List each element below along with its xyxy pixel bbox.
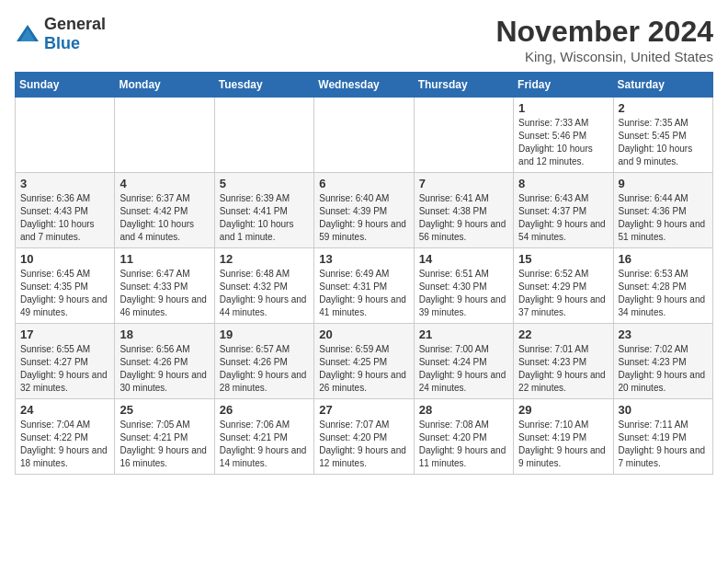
day-number: 28 [419,403,508,417]
calendar-cell: 20Sunrise: 6:59 AM Sunset: 4:25 PM Dayli… [314,324,414,399]
day-number: 6 [319,177,408,190]
day-number: 13 [319,252,408,266]
day-info: Sunrise: 6:47 AM Sunset: 4:33 PM Dayligh… [119,268,209,319]
day-info: Sunrise: 6:59 AM Sunset: 4:25 PM Dayligh… [319,343,408,395]
week-row-4: 24Sunrise: 7:04 AM Sunset: 4:22 PM Dayli… [16,399,713,475]
day-number: 19 [220,327,309,341]
weekday-header-wednesday: Wednesday [314,73,414,98]
calendar-cell: 3Sunrise: 6:36 AM Sunset: 4:43 PM Daylig… [16,173,115,248]
calendar-table: SundayMondayTuesdayWednesdayThursdayFrid… [15,72,713,475]
calendar-cell: 30Sunrise: 7:11 AM Sunset: 4:19 PM Dayli… [613,399,712,475]
day-info: Sunrise: 6:48 AM Sunset: 4:32 PM Dayligh… [220,268,309,319]
calendar-cell [214,98,313,173]
day-number: 8 [518,177,608,190]
weekday-header-monday: Monday [115,73,214,98]
calendar-cell: 11Sunrise: 6:47 AM Sunset: 4:33 PM Dayli… [115,248,214,324]
logo-blue: Blue [44,34,80,52]
day-info: Sunrise: 6:56 AM Sunset: 4:26 PM Dayligh… [119,343,209,395]
day-info: Sunrise: 7:08 AM Sunset: 4:20 PM Dayligh… [419,419,508,470]
calendar-cell [115,98,214,173]
calendar-cell: 1Sunrise: 7:33 AM Sunset: 5:46 PM Daylig… [514,98,613,173]
day-info: Sunrise: 7:11 AM Sunset: 4:19 PM Dayligh… [619,419,708,470]
calendar-cell: 6Sunrise: 6:40 AM Sunset: 4:39 PM Daylig… [314,173,414,248]
day-number: 18 [119,327,209,341]
calendar-header: SundayMondayTuesdayWednesdayThursdayFrid… [16,73,713,98]
day-number: 21 [419,327,508,341]
day-info: Sunrise: 7:06 AM Sunset: 4:21 PM Dayligh… [220,419,309,470]
day-info: Sunrise: 6:57 AM Sunset: 4:26 PM Dayligh… [220,343,309,395]
calendar-cell: 4Sunrise: 6:37 AM Sunset: 4:42 PM Daylig… [115,173,214,248]
weekday-header-tuesday: Tuesday [214,73,313,98]
week-row-3: 17Sunrise: 6:55 AM Sunset: 4:27 PM Dayli… [16,324,713,399]
weekday-header-saturday: Saturday [613,73,712,98]
day-info: Sunrise: 7:02 AM Sunset: 4:23 PM Dayligh… [619,343,708,395]
day-info: Sunrise: 6:49 AM Sunset: 4:31 PM Dayligh… [319,268,408,319]
week-row-1: 3Sunrise: 6:36 AM Sunset: 4:43 PM Daylig… [16,173,713,248]
day-number: 7 [419,177,508,190]
calendar-cell: 26Sunrise: 7:06 AM Sunset: 4:21 PM Dayli… [214,399,313,475]
day-number: 17 [20,327,109,341]
calendar-cell: 2Sunrise: 7:35 AM Sunset: 5:45 PM Daylig… [613,98,712,173]
day-info: Sunrise: 7:10 AM Sunset: 4:19 PM Dayligh… [518,419,608,470]
day-number: 29 [518,403,608,417]
weekday-header-sunday: Sunday [16,73,115,98]
day-info: Sunrise: 6:41 AM Sunset: 4:38 PM Dayligh… [419,192,508,244]
day-info: Sunrise: 7:35 AM Sunset: 5:45 PM Dayligh… [619,117,708,168]
header: General Blue November 2024 King, Wiscons… [15,15,713,64]
calendar-cell: 9Sunrise: 6:44 AM Sunset: 4:36 PM Daylig… [613,173,712,248]
day-number: 2 [619,101,708,115]
calendar-cell: 23Sunrise: 7:02 AM Sunset: 4:23 PM Dayli… [613,324,712,399]
day-number: 27 [319,403,408,417]
day-number: 4 [119,177,209,190]
day-number: 26 [220,403,309,417]
calendar-body: 1Sunrise: 7:33 AM Sunset: 5:46 PM Daylig… [16,98,713,475]
day-number: 11 [119,252,209,266]
week-row-2: 10Sunrise: 6:45 AM Sunset: 4:35 PM Dayli… [16,248,713,324]
calendar-cell: 19Sunrise: 6:57 AM Sunset: 4:26 PM Dayli… [214,324,313,399]
calendar-cell: 24Sunrise: 7:04 AM Sunset: 4:22 PM Dayli… [16,399,115,475]
day-info: Sunrise: 6:43 AM Sunset: 4:37 PM Dayligh… [518,192,608,244]
subtitle: King, Wisconsin, United States [495,49,713,64]
day-number: 9 [619,177,708,190]
week-row-0: 1Sunrise: 7:33 AM Sunset: 5:46 PM Daylig… [16,98,713,173]
calendar-cell: 12Sunrise: 6:48 AM Sunset: 4:32 PM Dayli… [214,248,313,324]
weekday-header-friday: Friday [514,73,613,98]
calendar-cell [414,98,513,173]
day-info: Sunrise: 6:36 AM Sunset: 4:43 PM Dayligh… [20,192,109,244]
calendar-cell: 14Sunrise: 6:51 AM Sunset: 4:30 PM Dayli… [414,248,513,324]
day-info: Sunrise: 6:37 AM Sunset: 4:42 PM Dayligh… [119,192,209,244]
day-number: 3 [20,177,109,190]
day-info: Sunrise: 7:07 AM Sunset: 4:20 PM Dayligh… [319,419,408,470]
day-number: 20 [319,327,408,341]
day-info: Sunrise: 6:51 AM Sunset: 4:30 PM Dayligh… [419,268,508,319]
day-info: Sunrise: 6:52 AM Sunset: 4:29 PM Dayligh… [518,268,608,319]
calendar-cell [314,98,414,173]
day-info: Sunrise: 7:05 AM Sunset: 4:21 PM Dayligh… [119,419,209,470]
day-number: 10 [20,252,109,266]
day-number: 16 [619,252,708,266]
day-number: 12 [220,252,309,266]
day-info: Sunrise: 6:53 AM Sunset: 4:28 PM Dayligh… [619,268,708,319]
calendar-cell: 21Sunrise: 7:00 AM Sunset: 4:24 PM Dayli… [414,324,513,399]
day-number: 14 [419,252,508,266]
day-info: Sunrise: 7:04 AM Sunset: 4:22 PM Dayligh… [20,419,109,470]
day-info: Sunrise: 6:39 AM Sunset: 4:41 PM Dayligh… [220,192,309,244]
logo-icon [15,23,40,45]
day-number: 23 [619,327,708,341]
day-number: 15 [518,252,608,266]
day-number: 30 [619,403,708,417]
day-number: 5 [220,177,309,190]
day-number: 22 [518,327,608,341]
calendar-cell: 25Sunrise: 7:05 AM Sunset: 4:21 PM Dayli… [115,399,214,475]
calendar-cell: 10Sunrise: 6:45 AM Sunset: 4:35 PM Dayli… [16,248,115,324]
calendar-cell: 15Sunrise: 6:52 AM Sunset: 4:29 PM Dayli… [514,248,613,324]
day-info: Sunrise: 7:33 AM Sunset: 5:46 PM Dayligh… [518,117,608,168]
day-info: Sunrise: 6:55 AM Sunset: 4:27 PM Dayligh… [20,343,109,395]
logo-text: General Blue [44,15,106,53]
title-block: November 2024 King, Wisconsin, United St… [495,15,713,64]
day-number: 24 [20,403,109,417]
calendar-cell: 7Sunrise: 6:41 AM Sunset: 4:38 PM Daylig… [414,173,513,248]
calendar-cell: 17Sunrise: 6:55 AM Sunset: 4:27 PM Dayli… [16,324,115,399]
calendar-cell: 22Sunrise: 7:01 AM Sunset: 4:23 PM Dayli… [514,324,613,399]
day-info: Sunrise: 6:45 AM Sunset: 4:35 PM Dayligh… [20,268,109,319]
